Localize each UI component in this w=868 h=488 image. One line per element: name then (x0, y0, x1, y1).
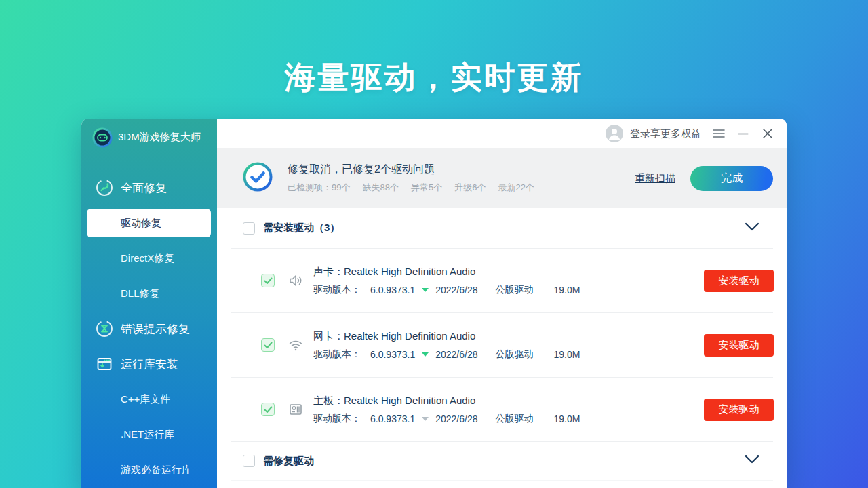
chevron-down-icon[interactable] (745, 222, 760, 235)
version-label: 驱动版本： (313, 348, 361, 361)
stat-latest: 最新22个 (498, 182, 534, 194)
driver-type: 公版驱动 (495, 348, 533, 361)
row-checkbox-checked[interactable] (261, 338, 275, 352)
chevron-down-icon[interactable] (745, 455, 760, 467)
sidebar-item-full-repair[interactable]: 全面修复 (81, 170, 217, 205)
version-value: 6.0.9373.1 (370, 285, 415, 296)
app-title: 3DM游戏修复大师 (118, 131, 201, 144)
driver-date: 2022/6/28 (435, 413, 477, 424)
runtime-install-icon (95, 354, 114, 373)
driver-date: 2022/6/28 (435, 349, 477, 360)
stat-abnormal: 异常5个 (411, 182, 442, 194)
table-row: 主板：Realtek High Definition Audio 驱动版本： 6… (217, 378, 787, 441)
sidebar-item-label: 驱动修复 (121, 217, 161, 230)
banner-texts: 修复取消，已修复2个驱动问题 已检测项：99个 缺失88个 异常5个 升级6个 … (288, 163, 534, 194)
banner-stats: 已检测项：99个 缺失88个 异常5个 升级6个 最新22个 (288, 182, 534, 194)
sidebar-item-dll-repair[interactable]: DLL修复 (81, 276, 217, 311)
close-icon[interactable] (761, 127, 774, 140)
section-checkbox[interactable] (243, 222, 255, 235)
sidebar-item-label: .NET运行库 (121, 428, 174, 441)
sidebar-item-cpp-library[interactable]: C++库文件 (81, 382, 217, 417)
row-checkbox-checked[interactable] (261, 274, 275, 287)
version-caret-icon[interactable] (422, 352, 429, 357)
rescan-link[interactable]: 重新扫描 (635, 172, 675, 185)
driver-size: 19.0M (553, 413, 580, 424)
row-checkbox-checked[interactable] (261, 403, 275, 416)
page-headline: 海量驱动，实时更新 (0, 57, 868, 99)
app-logo: 3DM游戏修复大师 (81, 119, 217, 148)
version-caret-icon[interactable] (422, 417, 429, 421)
menu-icon[interactable] (712, 127, 726, 140)
section-install-drivers: 需安装驱动（3） (217, 208, 787, 248)
sidebar-item-label: C++库文件 (121, 393, 170, 406)
topbar: 登录享更多权益 (217, 119, 787, 148)
version-value: 6.0.9373.1 (370, 413, 415, 424)
wrench-icon (95, 178, 114, 197)
sidebar-item-label: 游戏必备运行库 (121, 464, 192, 476)
driver-texts: 主板：Realtek High Definition Audio 驱动版本： 6… (313, 394, 580, 425)
driver-title: 主板：Realtek High Definition Audio (313, 394, 580, 407)
sidebar-item-runtime-install[interactable]: 运行库安装 (81, 346, 217, 382)
login-link[interactable]: 登录享更多权益 (630, 127, 701, 140)
version-label: 驱动版本： (313, 284, 361, 296)
table-row: 声卡：Realtek High Definition Audio 驱动版本： 6… (217, 249, 787, 312)
speaker-icon (288, 272, 304, 289)
sidebar-item-game-runtime[interactable]: 游戏必备运行库 (81, 452, 217, 487)
driver-title: 声卡：Realtek High Definition Audio (313, 266, 580, 279)
driver-texts: 网卡：Realtek High Definition Audio 驱动版本： 6… (313, 330, 580, 361)
install-driver-button[interactable]: 安装驱动 (704, 334, 774, 357)
sidebar-item-dotnet-runtime[interactable]: .NET运行库 (81, 417, 217, 452)
scan-result-banner: 修复取消，已修复2个驱动问题 已检测项：99个 缺失88个 异常5个 升级6个 … (217, 148, 787, 208)
driver-title: 网卡：Realtek High Definition Audio (313, 330, 580, 343)
sidebar-item-label: DLL修复 (121, 287, 160, 300)
driver-type: 公版驱动 (495, 413, 533, 425)
section-repair-drivers: 需修复驱动 (217, 442, 787, 480)
section-label: 需安装驱动（3） (263, 222, 340, 235)
section-checkbox[interactable] (243, 455, 255, 467)
sidebar-item-label: 错误提示修复 (121, 321, 190, 337)
error-repair-icon (95, 319, 114, 338)
sidebar: 3DM游戏修复大师 全面修复 驱动修复 DirectX修复 DLL修复 (81, 119, 217, 488)
sidebar-item-driver-repair[interactable]: 驱动修复 (87, 209, 211, 237)
version-value: 6.0.9373.1 (370, 349, 415, 360)
driver-size: 19.0M (553, 285, 580, 296)
driver-date: 2022/6/28 (435, 285, 477, 296)
sidebar-nav: 全面修复 驱动修复 DirectX修复 DLL修复 错误提示修复 (81, 170, 217, 487)
sidebar-item-label: DirectX修复 (121, 252, 174, 265)
done-button[interactable]: 完成 (690, 166, 773, 191)
version-label: 驱动版本： (313, 413, 361, 425)
stat-upgrade: 升级6个 (454, 182, 486, 194)
driver-details: 驱动版本： 6.0.9373.1 2022/6/28 公版驱动 19.0M (313, 284, 580, 296)
app-window: 3DM游戏修复大师 全面修复 驱动修复 DirectX修复 DLL修复 (81, 119, 787, 488)
motherboard-icon (288, 401, 304, 418)
driver-texts: 声卡：Realtek High Definition Audio 驱动版本： 6… (313, 266, 580, 296)
driver-list: 需安装驱动（3） 声卡：Realtek (217, 208, 787, 488)
sidebar-item-error-repair[interactable]: 错误提示修复 (81, 311, 217, 346)
wifi-icon (288, 337, 304, 353)
driver-details: 驱动版本： 6.0.9373.1 2022/6/28 公版驱动 19.0M (313, 413, 580, 425)
sidebar-item-label: 运行库安装 (121, 357, 178, 372)
stat-missing: 缺失88个 (362, 182, 398, 194)
divider (231, 480, 773, 481)
driver-type: 公版驱动 (495, 284, 533, 296)
table-row: 网卡：Realtek High Definition Audio 驱动版本： 6… (217, 313, 787, 377)
sidebar-item-label: 全面修复 (121, 180, 167, 196)
stat-detected: 已检测项：99个 (288, 182, 350, 194)
minimize-icon[interactable] (736, 127, 750, 140)
banner-title: 修复取消，已修复2个驱动问题 (288, 163, 534, 177)
driver-size: 19.0M (553, 349, 580, 360)
success-check-icon (243, 162, 273, 195)
install-driver-button[interactable]: 安装驱动 (704, 270, 774, 292)
section-label: 需修复驱动 (263, 455, 314, 468)
sidebar-item-directx-repair[interactable]: DirectX修复 (81, 241, 217, 276)
driver-details: 驱动版本： 6.0.9373.1 2022/6/28 公版驱动 19.0M (313, 348, 580, 361)
app-logo-icon (92, 127, 113, 148)
avatar[interactable] (606, 125, 623, 142)
main-area: 登录享更多权益 (217, 119, 787, 488)
install-driver-button[interactable]: 安装驱动 (704, 399, 774, 421)
version-caret-icon[interactable] (422, 288, 429, 292)
